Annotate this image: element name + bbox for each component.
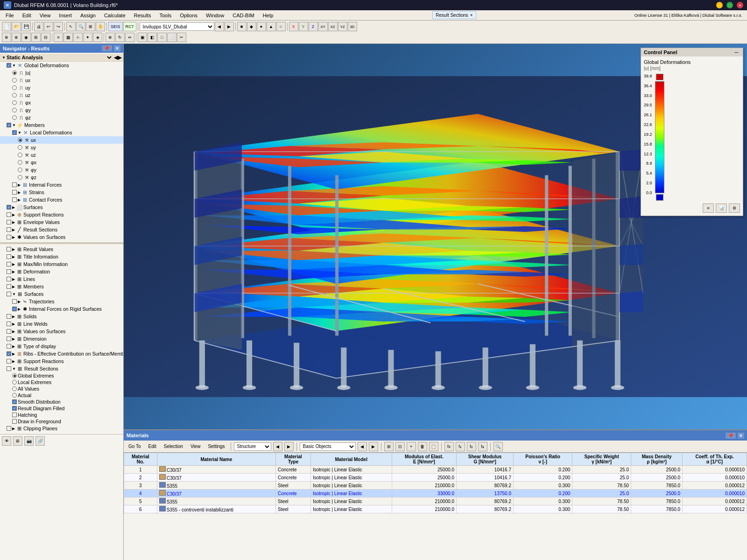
nav-radio-uz[interactable] [12,93,17,98]
nav-check-members[interactable]: ✓ [7,123,11,127]
nav-item-phiy2[interactable]: ⤧ φy [0,166,123,174]
menu-options[interactable]: Options [176,12,201,19]
nav-item-support-reactions[interactable]: ▶ ⊕ Support Reactions [0,211,123,218]
nav-item-global-deformations[interactable]: ✓ ▼ ⤧ Global Deformations [0,62,123,69]
nav-item-local-def[interactable]: ✓ ▼ ⤧ Local Deformations [0,129,123,136]
nav-check-surfaces[interactable]: ✓ [7,205,11,210]
bt-func2[interactable]: f₁ [456,442,465,451]
nav-item-smooth[interactable]: ✓ Smooth Distribution [0,399,123,405]
nav-item-result-values[interactable]: ▶ ⊞ Result Values [0,245,123,253]
nav-item-phix[interactable]: ⎍ φx [0,99,123,106]
nav-item-phiy[interactable]: ⎍ φy [0,106,123,114]
tb2-clip[interactable]: ✂ [177,33,186,42]
bt-view[interactable]: View [188,443,204,449]
tb2-btn10[interactable]: ◈ [93,33,102,42]
tb2-rotate[interactable]: ↻ [115,33,125,42]
nav-radio-local-extremes[interactable] [12,380,17,385]
menu-insert[interactable]: Insert [55,12,76,19]
bt-filter[interactable]: ⊞ [384,442,394,451]
nav-item-internal-rigid[interactable]: ✓ ▶ ✱ Internal Forces on Rigid Surfaces [0,305,123,313]
bottom-panel-pin[interactable]: 📌 [726,433,736,439]
tb-xyz-y[interactable]: Y [299,22,308,31]
nav-item-clipping-planes[interactable]: ▶ ⊞ Clipping Planes [0,425,123,432]
bt-next2[interactable]: ▶ [369,442,378,451]
nav-check-values-surfaces2[interactable] [7,329,11,334]
bt-delete[interactable]: 🗑 [418,442,427,451]
nav-item-title-info[interactable]: ▶ ⊞ Title Information [0,253,123,260]
nav-bottom-link[interactable]: 🔗 [35,436,45,446]
tb2-move[interactable]: ⊕ [106,33,115,42]
tb2-shade[interactable]: ◧ [148,33,157,42]
menu-tools[interactable]: Tools [155,12,175,19]
nav-check-local-def[interactable]: ✓ [12,130,17,135]
nav-check-result-diagram[interactable]: ✓ [12,406,17,411]
nav-pin[interactable]: 📌 [102,45,112,51]
tb-xyz-xy[interactable]: XY [318,22,328,31]
tb-zoom-all[interactable]: ⊞ [86,22,95,31]
nav-item-strains[interactable]: ▶ ⊞ Strains [0,189,123,196]
menu-results[interactable]: Results [130,12,155,19]
nav-item-deformation[interactable]: ▶ ⊞ Deformation [0,268,123,275]
tb-left[interactable]: ◀ [215,22,224,31]
nav-check-solids[interactable] [7,314,11,319]
menu-assign[interactable]: Assign [77,12,99,19]
nav-bottom-camera[interactable]: 📷 [24,436,34,446]
tb2-btn5[interactable]: ⊟ [41,33,50,42]
bt-prev[interactable]: ◀ [273,442,282,451]
tb2-render[interactable]: ▣ [138,33,147,42]
tb-right[interactable]: ▶ [225,22,234,31]
cp-collapse[interactable]: ─ [733,49,740,55]
nav-radio-phiy[interactable] [12,108,17,112]
scale-top-selector[interactable] [656,74,663,80]
nav-item-contact-forces[interactable]: ▶ ⊞ Contact Forces [0,196,123,203]
nav-check-trajectories[interactable] [12,299,17,304]
tb2-btn8[interactable]: ⊹ [73,33,83,42]
nav-check-hatching[interactable] [12,413,17,417]
nav-bottom-eye[interactable]: 👁 [2,436,11,446]
tb-open[interactable]: 📂 [12,22,21,31]
menu-cad-bim[interactable]: CAD-BIM [229,12,258,19]
viewport-3d[interactable]: Control Panel ─ Global Deformations |u| … [124,44,747,429]
nav-item-surfaces[interactable]: ✓ ▶ ⬜ Surfaces [0,203,123,211]
bt-goto[interactable]: Go To [126,443,144,449]
nav-check-result-sections2[interactable] [7,366,11,371]
nav-check-result-sections[interactable] [7,227,11,232]
bt-combo-structure[interactable]: Structure [234,442,271,451]
tb-redo[interactable]: ↪ [54,22,63,31]
tb2-section[interactable]: ⬜ [167,33,176,42]
tb2-btn6[interactable]: ≡ [54,33,63,42]
nav-check-values-surfaces[interactable] [7,235,11,239]
nav-radio-iu[interactable] [12,70,17,75]
menu-file[interactable]: File [2,12,18,19]
nav-item-uz2[interactable]: ⤧ uz [0,151,123,159]
tb-xyz-xz[interactable]: XZ [328,22,338,31]
tb-print[interactable]: 🖨 [34,22,43,31]
nav-static-combo[interactable] [104,54,113,61]
tb2-btn1[interactable]: ⊕ [2,33,11,42]
bt-next[interactable]: ▶ [284,442,294,451]
nav-item-trajectories[interactable]: ▶ ⤷ Trajectories [0,298,123,305]
nav-item-uz[interactable]: ⎍ uz [0,91,123,99]
nav-check-envelope[interactable] [7,220,11,224]
nav-close[interactable]: × [114,45,120,51]
nav-check-members2[interactable] [7,284,11,289]
nav-item-members2[interactable]: ▶ ⊞ Members [0,283,123,290]
nav-item-draw-foreground[interactable]: Draw in Foreground [0,418,123,425]
nav-item-type-display[interactable]: ▶ ⊞ Type of display [0,343,123,350]
nav-item-hatching[interactable]: Hatching [0,412,123,418]
tb-xyz-z[interactable]: Z [309,22,318,31]
tb-btn-a[interactable]: ■ [237,22,247,31]
bt-select-all[interactable]: ⊡ [395,442,405,451]
nav-radio-phix2[interactable] [18,160,22,165]
tb-zoom[interactable]: 🔍 [76,22,85,31]
nav-item-solids[interactable]: ▶ ⊞ Solids [0,313,123,320]
nav-item-uy[interactable]: ⎍ uy [0,84,123,91]
nav-item-result-diagram[interactable]: ✓ Result Diagram Filled [0,405,123,412]
nav-check-surfaces2[interactable] [7,292,11,296]
tb2-wire[interactable]: □ [157,33,167,42]
bt-func3[interactable]: f₂ [467,442,476,451]
nav-item-actual[interactable]: Actual [0,392,123,399]
cp-btn-table[interactable]: ≡ [703,203,714,213]
nav-item-lines[interactable]: ▶ ⊞ Lines [0,275,123,283]
tb-xyz-yz[interactable]: YZ [338,22,347,31]
